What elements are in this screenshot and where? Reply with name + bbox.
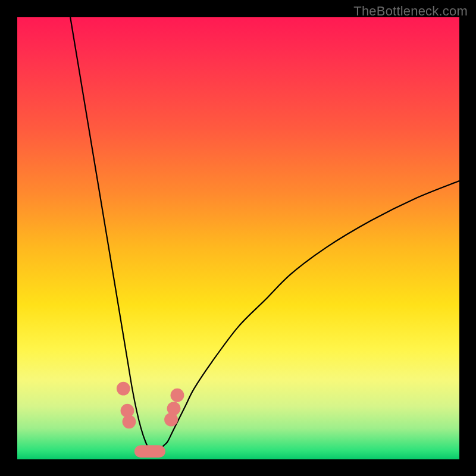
highlight-point [171,389,184,402]
plot-area [17,17,459,459]
valley-floor-pill [134,445,165,458]
curve-svg [17,17,459,459]
highlight-point [167,402,181,415]
highlight-points [117,382,184,458]
chart-stage: TheBottleneck.com [0,0,476,476]
highlight-point [117,382,130,396]
highlight-point [123,415,136,428]
